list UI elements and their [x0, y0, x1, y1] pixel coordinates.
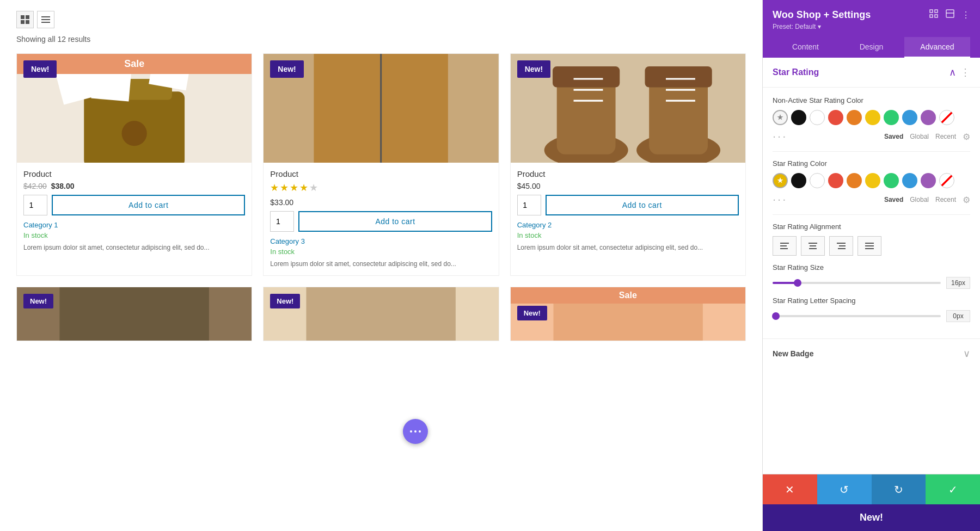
add-to-cart-button[interactable]: Add to cart	[52, 195, 245, 215]
redo-button[interactable]: ↻	[872, 474, 926, 504]
product-category[interactable]: Category 2	[517, 221, 739, 229]
product-excerpt: Lorem ipsum dolor sit amet, consectetur …	[517, 243, 739, 252]
saved-tab[interactable]: Saved	[884, 133, 903, 140]
add-to-cart-row: Add to cart	[270, 211, 492, 232]
focus-icon-button[interactable]	[929, 9, 939, 21]
star-color-red[interactable]	[828, 173, 843, 188]
svg-rect-1	[26, 15, 29, 19]
star-color-green[interactable]	[884, 173, 899, 188]
tab-design[interactable]: Design	[838, 37, 904, 58]
color-orange[interactable]	[847, 110, 862, 125]
star-rating-color-row	[773, 173, 970, 188]
undo-button[interactable]: ↺	[817, 474, 872, 504]
star-rating-section-header: Star Rating ∧ ⋮	[763, 58, 980, 88]
price-original: $42.00	[23, 182, 47, 190]
star-color-black[interactable]	[791, 173, 806, 188]
color-more-dots[interactable]: ···	[773, 129, 787, 144]
partial-image: New!	[264, 287, 498, 341]
product-excerpt: Lorem ipsum dolor sit amet, consectetur …	[270, 259, 492, 269]
layout-icon-button[interactable]	[945, 9, 955, 21]
color-settings-icon[interactable]: ⚙	[963, 132, 970, 142]
divider-2	[773, 214, 970, 215]
products-grid-bottom: New! New! Sale New!	[16, 287, 746, 341]
color-picker-active[interactable]	[773, 110, 788, 125]
svg-rect-46	[780, 248, 788, 249]
new-badge-header[interactable]: New Badge ∨	[773, 348, 970, 360]
section-more-icon[interactable]: ⋮	[960, 66, 970, 78]
color-transparent[interactable]	[939, 110, 954, 125]
star-color-picker-active[interactable]	[773, 173, 788, 188]
align-right-button[interactable]	[829, 236, 853, 256]
cancel-button[interactable]: ✕	[763, 474, 817, 504]
star-letter-value[interactable]: 0px	[946, 310, 970, 322]
panel-preset[interactable]: Preset: Default ▾	[773, 23, 970, 30]
color-black[interactable]	[791, 110, 806, 125]
svg-rect-48	[810, 245, 816, 246]
sale-banner: Sale	[511, 287, 745, 304]
star-saved-tab[interactable]: Saved	[884, 196, 903, 203]
list-view-button[interactable]	[37, 11, 54, 28]
color-blue[interactable]	[902, 110, 917, 125]
in-stock: In stock	[270, 248, 492, 256]
quantity-input[interactable]	[270, 211, 294, 232]
star-size-value[interactable]: 16px	[946, 277, 970, 289]
align-justify-button[interactable]	[857, 236, 881, 256]
color-white[interactable]	[810, 110, 825, 125]
star-recent-tab[interactable]: Recent	[935, 196, 956, 203]
alignment-row	[773, 236, 970, 256]
color-red[interactable]	[828, 110, 843, 125]
new-badge: New!	[23, 294, 53, 308]
star-rating: ★ ★ ★ ★ ★	[270, 182, 492, 194]
product-image-wrap: Sale New!	[17, 54, 252, 163]
panel-header: Woo Shop + Settings ⋮	[763, 0, 980, 58]
star-color-transparent[interactable]	[939, 173, 954, 188]
product-card-partial: New!	[16, 287, 252, 341]
align-center-button[interactable]	[801, 236, 825, 256]
global-tab[interactable]: Global	[910, 133, 929, 140]
star-color-more-dots[interactable]: ···	[773, 193, 787, 207]
product-category[interactable]: Category 3	[270, 237, 492, 245]
star-letter-spacing-row: 0px	[773, 310, 970, 322]
quantity-input[interactable]	[517, 195, 541, 215]
product-title: Product	[23, 169, 245, 178]
color-purple[interactable]	[921, 110, 936, 125]
grid-view-button[interactable]	[16, 11, 34, 28]
product-title: Product	[517, 169, 739, 178]
star-color-purple[interactable]	[921, 173, 936, 188]
in-stock: In stock	[23, 231, 245, 239]
tab-content[interactable]: Content	[773, 37, 838, 58]
add-to-cart-button[interactable]: Add to cart	[298, 211, 492, 232]
star-color-orange[interactable]	[847, 173, 862, 188]
price-value: $45.00	[517, 182, 541, 190]
align-left-button[interactable]	[773, 236, 797, 256]
color-yellow[interactable]	[865, 110, 880, 125]
product-category[interactable]: Category 1	[23, 221, 245, 229]
tab-advanced[interactable]: Advanced	[904, 37, 970, 58]
quantity-input[interactable]	[23, 195, 47, 215]
star-global-tab[interactable]: Global	[910, 196, 929, 203]
save-button[interactable]: ✓	[926, 474, 980, 504]
star-color-blue[interactable]	[902, 173, 917, 188]
star-size-thumb[interactable]	[794, 279, 801, 287]
new-badge-preview: New!	[763, 504, 980, 531]
star-letter-track[interactable]	[773, 315, 941, 317]
svg-rect-4	[41, 16, 50, 17]
star-size-track[interactable]	[773, 282, 941, 284]
star-color-white[interactable]	[810, 173, 825, 188]
star-color-yellow[interactable]	[865, 173, 880, 188]
new-badge-expand-icon[interactable]: ∨	[963, 348, 970, 360]
more-options-button[interactable]: ⋮	[961, 9, 970, 21]
redo-icon: ↻	[894, 483, 903, 496]
floating-menu-button[interactable]	[403, 419, 428, 444]
section-toggle: ∧ ⋮	[949, 66, 970, 78]
add-to-cart-button[interactable]: Add to cart	[546, 195, 739, 215]
product-info: Product ★ ★ ★ ★ ★ $33.00 Add to cart Cat…	[264, 163, 498, 275]
star-color-settings-icon[interactable]: ⚙	[963, 195, 970, 205]
recent-tab[interactable]: Recent	[935, 133, 956, 140]
product-card: Sale New! Product $42.00	[16, 53, 252, 276]
product-card: New! Product ★ ★ ★ ★ ★	[263, 53, 499, 276]
in-stock: In stock	[517, 231, 739, 239]
color-green[interactable]	[884, 110, 899, 125]
star-letter-thumb[interactable]	[772, 312, 780, 320]
collapse-icon[interactable]: ∧	[949, 66, 956, 78]
